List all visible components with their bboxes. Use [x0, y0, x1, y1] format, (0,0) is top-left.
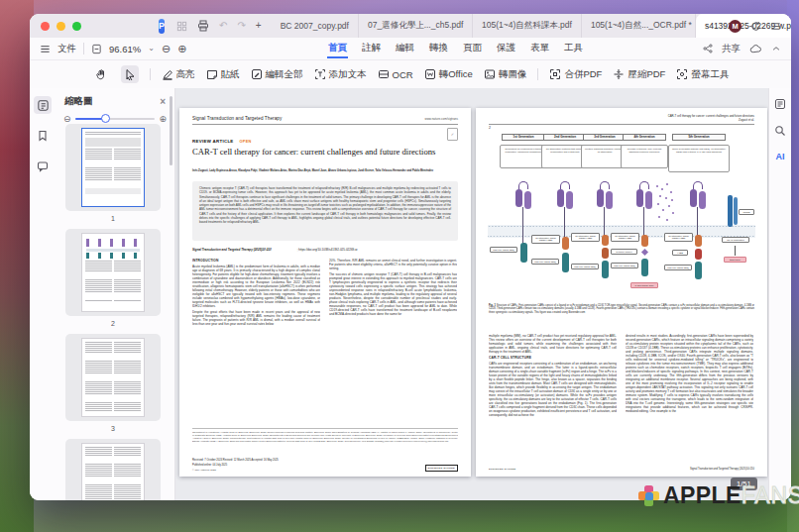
zoom-caret-icon[interactable]: ⌄	[148, 45, 155, 53]
divider	[489, 124, 754, 125]
menu-icon[interactable]	[770, 21, 781, 32]
tab-document-3[interactable]: 105(1~4)自然科課本.pdf	[473, 14, 582, 38]
divider	[192, 124, 458, 125]
watermark-text-bold: APPLE	[663, 482, 742, 509]
close-window-button[interactable]	[41, 22, 50, 31]
watermark-text-light: FANS	[742, 482, 799, 509]
menu-protect[interactable]: 保護	[496, 40, 516, 58]
menu-tools[interactable]: 工具	[563, 40, 584, 58]
edit-icon	[251, 68, 263, 80]
titlebar-add-icon[interactable]: +	[256, 21, 262, 31]
tab-document-1[interactable]: BC 2007_copy.pdf	[272, 14, 359, 38]
thumbnails-panel-button[interactable]	[34, 96, 52, 114]
thumbnail-page-2[interactable]	[65, 229, 161, 316]
grid-view-icon[interactable]	[176, 21, 187, 32]
bookmarks-panel-button[interactable]	[34, 127, 52, 145]
compress-pdf-tool[interactable]: 壓縮PDF	[613, 68, 665, 81]
car-ectodomain	[645, 191, 652, 209]
cd3-signal-domain	[602, 261, 609, 278]
fit-page-icon[interactable]	[91, 44, 102, 54]
menu-forms[interactable]: 表單	[529, 40, 550, 58]
menu-bar: 文件 96.61% ⌄ ⊖ ⊕ 首頁 註解 編輯 轉換 頁面 保護 表單 工具 …	[30, 38, 791, 60]
panel-title: 縮略圖	[64, 95, 93, 108]
copyright: © The Author(s) 2025	[192, 469, 216, 472]
sticker-icon	[206, 68, 218, 80]
zoom-out-button[interactable]: ⊖	[162, 44, 171, 54]
hand-tool-button[interactable]	[92, 65, 110, 83]
tab-document-4[interactable]: 105(1~4)自然..._OCR.pdf *	[582, 14, 696, 38]
ocr-tool[interactable]: OCR	[378, 68, 413, 80]
add-text-tool[interactable]: 添加文本	[314, 68, 367, 81]
menu-page[interactable]: 頁面	[462, 40, 483, 58]
ocr-icon	[378, 68, 390, 80]
sticker-tool[interactable]: 貼紙	[206, 68, 240, 81]
sync-icon[interactable]	[750, 21, 761, 32]
thumbnail-page-1[interactable]	[65, 124, 161, 211]
annotations-panel-button[interactable]	[34, 158, 52, 175]
tcr-receptor	[728, 195, 733, 227]
merge-icon	[549, 68, 561, 80]
figure-label: Co-stimulatory signal (CD28/4-1BB)	[531, 235, 560, 244]
received-dates: Received: 7 October 2024 Revised: 12 Mar…	[192, 459, 279, 462]
zoom-in-button[interactable]: ⊕	[177, 44, 186, 54]
figure-label: TCR-type signal CD3ζ	[664, 265, 692, 270]
paper-doi: ; https://doi.org/10.1038/s41392-025-022…	[297, 249, 358, 253]
share-button[interactable]: 共享	[722, 43, 741, 55]
menu-annotate[interactable]: 註解	[361, 40, 382, 58]
panel-scrollbar[interactable]	[170, 96, 172, 165]
app-icon: P	[159, 19, 165, 34]
minimize-window-button[interactable]	[57, 22, 65, 31]
print-icon[interactable]	[197, 20, 209, 32]
zoom-level-value[interactable]: 96.61%	[109, 44, 141, 54]
edit-all-tool[interactable]: 編輯全部	[251, 68, 303, 81]
menu-convert[interactable]: 轉換	[428, 40, 449, 58]
redo-icon[interactable]: ↷	[237, 21, 245, 31]
account-avatar[interactable]: M	[729, 20, 742, 33]
merge-pdf-tool[interactable]: 合併PDF	[549, 68, 602, 81]
cloud-icon[interactable]	[749, 44, 762, 54]
divider	[537, 68, 538, 80]
costim-domain	[562, 237, 569, 250]
paper-authors: Inés Zugasti, Lady Espinosa-Aroca, Klaud…	[192, 169, 455, 173]
search-icon[interactable]	[774, 125, 786, 137]
text-column-2: desired results in most studies. Accordi…	[626, 334, 753, 459]
document-view[interactable]: Signal Transduction and Targeted Therapy…	[175, 88, 768, 500]
highlight-icon	[162, 68, 173, 80]
costim-domain	[695, 235, 702, 247]
ai-assistant-button[interactable]: AI	[776, 152, 785, 161]
collapse-toolbar-icon[interactable]	[771, 44, 781, 53]
thumbnail-page-4[interactable]	[65, 439, 161, 500]
paper-citation: Signal Transduction and Targeted Therapy…	[192, 249, 272, 253]
fullscreen-window-button[interactable]	[72, 22, 81, 31]
thumbnail-page-3[interactable]	[65, 334, 161, 421]
generation-desc: Three synergistic signals: first CD3ζ, c…	[668, 145, 730, 172]
figure-label: target gene	[724, 257, 746, 263]
toolbar: 高亮 貼紙 編輯全部 添加文本 OCR 轉Office 轉圖像 合併PDF 壓縮…	[30, 60, 791, 89]
car-stalk	[697, 207, 698, 237]
thumbnail-label: 1	[56, 215, 171, 222]
file-menu-button[interactable]: 文件	[57, 43, 76, 55]
properties-panel-icon[interactable]	[774, 98, 786, 110]
generation-title: 5th Generation	[672, 134, 726, 141]
panel-close-icon[interactable]: ×	[160, 96, 166, 107]
tab-document-2[interactable]: 07_選修化學上..._ch5.pdf	[359, 14, 473, 38]
to-office-tool[interactable]: 轉Office	[424, 68, 473, 81]
highlight-tool[interactable]: 高亮	[162, 68, 195, 81]
applefans-watermark: APPLE FANS	[638, 482, 799, 509]
thumbnail-label: 3	[56, 425, 171, 432]
published-date: Published online: 04 July 2025	[192, 464, 227, 467]
select-tool-button[interactable]	[121, 65, 139, 83]
figure-label: Co-stimulatory signal (CD28/4-1BB)	[664, 233, 693, 242]
to-image-tool[interactable]: 轉圖像	[484, 68, 527, 81]
menu-edit[interactable]: 編輯	[395, 40, 415, 58]
generation-title: 3rd Generation	[583, 134, 627, 141]
menu-home[interactable]: 首頁	[327, 40, 348, 58]
figure-label: 4-1BB	[672, 250, 688, 256]
screen-tools-tool[interactable]: 螢幕工具	[676, 68, 729, 81]
figure-label: IL-12 cytokine gene	[630, 282, 658, 288]
costim-domain	[695, 249, 702, 260]
figure-caption: Fig. 1 Structure of CARs. First-generati…	[489, 304, 754, 314]
compress-icon	[613, 68, 625, 80]
titlebar-quick-icons: ↶ ↷ +	[176, 20, 262, 32]
undo-icon[interactable]: ↶	[219, 21, 227, 31]
